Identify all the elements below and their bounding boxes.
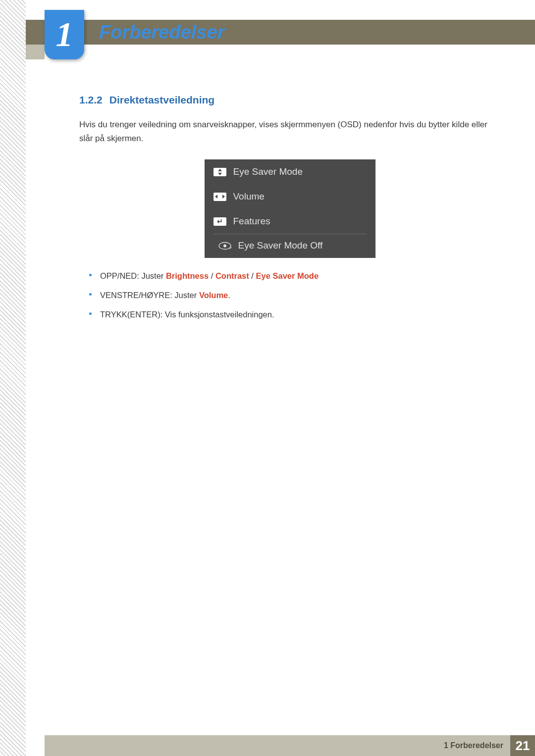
enter-icon	[214, 217, 226, 226]
text: TRYKK(ENTER): Vis funksjonstastveilednin…	[100, 310, 274, 319]
footer-bar: 1 Forberedelser	[45, 735, 510, 756]
osd-item-eye-saver: Eye Saver Mode	[205, 159, 375, 184]
list-item: OPP/NED: Juster Brightness / Contrast / …	[89, 270, 500, 282]
section-heading: 1.2.2Direktetastveiledning	[79, 94, 500, 106]
chapter-title: Forberedelser	[99, 22, 224, 43]
osd-status-row: Eye Saver Mode Off	[205, 234, 375, 258]
osd-item-label: Eye Saver Mode	[233, 166, 303, 177]
osd-status-label: Eye Saver Mode Off	[238, 240, 323, 251]
list-item: TRYKK(ENTER): Vis funksjonstastveilednin…	[89, 308, 500, 321]
chapter-number: 1	[56, 15, 73, 54]
footer-label: 1 Forberedelser	[444, 741, 503, 750]
chapter-badge: 1	[45, 10, 84, 59]
section-title: Direktetastveiledning	[109, 94, 214, 105]
highlight: Volume	[199, 291, 228, 300]
osd-item-features: Features	[205, 209, 375, 234]
page-number: 21	[510, 735, 535, 756]
text: OPP/NED: Juster	[100, 271, 166, 280]
left-decorative-strip	[0, 0, 26, 756]
highlight: Brightness	[166, 271, 209, 280]
leftright-icon	[214, 193, 226, 201]
osd-item-volume: Volume	[205, 184, 375, 209]
osd-item-label: Features	[233, 216, 270, 227]
text: VENSTRE/HØYRE: Juster	[100, 291, 199, 300]
highlight: Contrast	[215, 271, 249, 280]
text: /	[249, 271, 256, 280]
text: .	[228, 291, 230, 300]
list-item: VENSTRE/HØYRE: Juster Volume.	[89, 289, 500, 302]
text: /	[209, 271, 215, 280]
eye-icon	[218, 242, 231, 250]
intro-paragraph: Hvis du trenger veiledning om snarveiskn…	[79, 118, 500, 146]
osd-item-label: Volume	[233, 191, 265, 202]
highlight: Eye Saver Mode	[256, 271, 319, 280]
updown-icon	[214, 168, 226, 176]
page-footer: 1 Forberedelser 21	[45, 735, 535, 756]
osd-menu: Eye Saver Mode Volume Features Eye Saver…	[205, 159, 375, 258]
bullet-list: OPP/NED: Juster Brightness / Contrast / …	[79, 270, 500, 320]
content-area: 1.2.2Direktetastveiledning Hvis du treng…	[79, 94, 500, 327]
header-inner-strip	[26, 45, 45, 59]
svg-point-1	[223, 244, 226, 247]
section-number: 1.2.2	[79, 94, 103, 105]
